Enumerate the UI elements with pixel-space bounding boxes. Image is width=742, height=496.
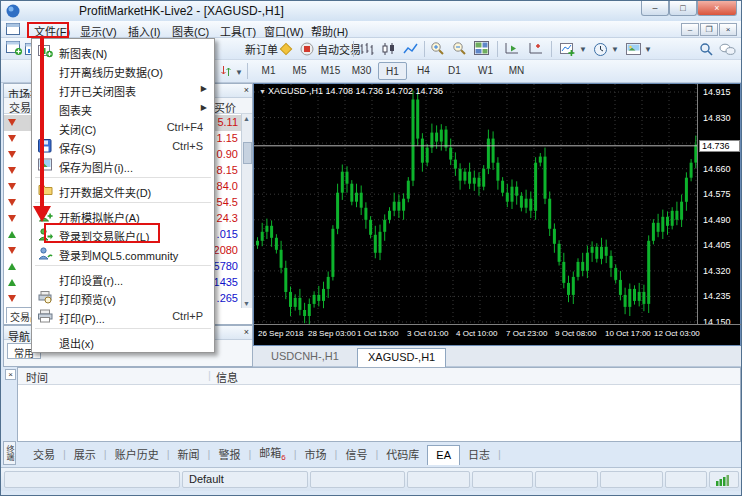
menu-item-shortcut: Ctrl+F4 — [167, 121, 203, 133]
timeframe-m5[interactable]: M5 — [285, 62, 314, 80]
child-close-button[interactable]: × — [719, 23, 737, 36]
time-tick-label: 12 Oct 03:00 — [654, 329, 700, 338]
menu-item[interactable]: 关闭(C)Ctrl+F4 — [33, 118, 213, 137]
new-order-button[interactable]: 新订单 — [242, 40, 281, 58]
tile-windows-icon[interactable] — [474, 41, 489, 59]
time-tick-label: 9 Oct 08:00 — [555, 329, 596, 338]
auto-scroll-icon[interactable] — [504, 42, 520, 60]
annotation-box-file-menu — [27, 22, 69, 38]
indicators-dropdown[interactable]: ▼ — [557, 40, 590, 58]
menu-item-shortcut: Ctrl+P — [172, 310, 203, 322]
window-title: ProfitMarketHK-Live2 - [XAGUSD-,H1] — [79, 4, 284, 18]
search-icon[interactable] — [699, 42, 713, 60]
chart-tab-usdcnhh1[interactable]: USDCNH-,H1 — [261, 348, 349, 367]
bid-column-header[interactable]: 买价 — [214, 99, 236, 115]
timeframe-m15[interactable]: M15 — [316, 62, 345, 80]
down-arrow-icon — [8, 215, 16, 222]
indicators-icon — [560, 42, 576, 57]
new-chart-icon[interactable] — [6, 41, 23, 60]
menu-tools[interactable]: 工具(T) — [213, 22, 263, 37]
timeframe-h1[interactable]: H1 — [378, 62, 407, 80]
chart-collapse-icon[interactable]: ▼ — [259, 88, 268, 95]
menu-item-label: 打开数据文件夹(D) — [59, 184, 151, 200]
candlestick-icon[interactable] — [381, 42, 397, 60]
menu-item-label: 打印(P)... — [59, 310, 105, 326]
menu-item[interactable]: 新图表(N) — [33, 42, 213, 61]
zoom-in-icon[interactable] — [430, 41, 445, 60]
terminal-tab-8[interactable]: 代码库 — [378, 443, 427, 465]
child-minimize-button[interactable]: – — [681, 23, 699, 36]
terminal-close-icon[interactable]: × — [5, 369, 16, 380]
menu-item[interactable]: 退出(x) — [33, 332, 213, 351]
message-column-header[interactable]: 信息 — [216, 369, 238, 385]
timeframe-d1[interactable]: D1 — [440, 62, 469, 80]
minimize-button[interactable]: – — [641, 1, 669, 16]
price-tick-label: 14.830 — [703, 113, 731, 123]
annotation-box-login-item — [44, 223, 160, 243]
chart-ohlc-header: XAGUSD-,H1 14.708 14.736 14.702 14.736 — [268, 86, 443, 96]
title-bar: ProfitMarketHK-Live2 - [XAGUSD-,H1] – □ … — [1, 1, 742, 21]
terminal-tab-0[interactable]: 交易 — [25, 443, 63, 465]
application-window: ProfitMarketHK-Live2 - [XAGUSD-,H1] – □ … — [0, 0, 742, 496]
terminal-tab-ea[interactable]: EA — [427, 445, 460, 465]
scroll-up-icon[interactable]: ▲ — [243, 115, 250, 122]
terminal-side-tab[interactable]: 终端 — [3, 441, 16, 465]
menu-item[interactable]: 登录到MQL5.community — [33, 244, 213, 263]
close-button[interactable]: × — [697, 1, 737, 16]
terminal-tab-10[interactable]: 日志 — [460, 443, 498, 465]
navigator-close-icon[interactable]: × — [244, 327, 249, 337]
market-watch-scrollbar[interactable]: ▲ ▼ — [241, 114, 252, 308]
bar-chart-icon[interactable] — [359, 42, 375, 60]
updown-arrows-icon[interactable] — [220, 64, 232, 82]
line-chart-icon[interactable] — [403, 42, 419, 60]
timeframe-h4[interactable]: H4 — [409, 62, 438, 80]
terminal-tab-7[interactable]: 信号 — [337, 443, 375, 465]
templates-dropdown[interactable]: ▼ — [623, 40, 655, 58]
timeframe-m1[interactable]: M1 — [254, 62, 283, 80]
menu-item[interactable]: 保存(S)Ctrl+S — [33, 137, 213, 156]
metaeditor-icon[interactable] — [278, 41, 293, 60]
terminal-tab-5[interactable]: 邮箱6 — [251, 441, 293, 465]
timeframe-mn[interactable]: MN — [502, 62, 531, 80]
status-profile[interactable]: Default — [182, 471, 308, 488]
market-watch-close-icon[interactable]: × — [244, 85, 249, 95]
personmql-icon — [38, 246, 53, 261]
menu-charts[interactable]: 图表(C) — [165, 22, 216, 37]
chart-window[interactable]: ▼ XAGUSD-,H1 14.708 14.736 14.702 14.736… — [253, 83, 741, 346]
menu-item[interactable]: 保存为图片(i)... — [33, 156, 213, 175]
menu-item[interactable]: 打开已关闭图表▶ — [33, 80, 213, 99]
chart-tab-xagusdh1[interactable]: XAGUSD-,H1 — [357, 348, 446, 367]
menu-item[interactable]: 打印设置(r)... — [33, 269, 213, 288]
terminal-tab-2[interactable]: 账户历史 — [107, 443, 167, 465]
price-tick-label: 14.660 — [703, 164, 731, 174]
menu-item[interactable]: 图表夹▶ — [33, 99, 213, 118]
terminal-tab-3[interactable]: 新闻 — [170, 443, 208, 465]
menu-item[interactable]: 打印(P)...Ctrl+P — [33, 307, 213, 326]
menu-help[interactable]: 帮助(H) — [304, 22, 355, 37]
candlestick-chart[interactable] — [254, 84, 697, 324]
timeframe-m30[interactable]: M30 — [347, 62, 376, 80]
periods-dropdown[interactable]: ▼ — [590, 40, 622, 58]
menu-window[interactable]: 窗口(W) — [257, 22, 311, 37]
menu-view[interactable]: 显示(V) — [73, 22, 124, 37]
submenu-arrow-icon: ▶ — [201, 84, 207, 93]
menu-item[interactable]: 打开数据文件夹(D) — [33, 181, 213, 200]
chevron-down-icon[interactable]: ▼ — [235, 68, 243, 77]
child-window-icon[interactable] — [6, 23, 22, 36]
time-column-header[interactable]: 时间 — [26, 369, 48, 385]
scroll-down-icon[interactable]: ▼ — [243, 300, 250, 307]
zoom-out-icon[interactable] — [452, 41, 467, 60]
scroll-thumb[interactable] — [243, 142, 252, 164]
restore-button[interactable]: □ — [669, 1, 697, 16]
menu-insert[interactable]: 插入(I) — [121, 22, 167, 37]
terminal-tab-4[interactable]: 警报 — [210, 443, 248, 465]
terminal-tab-1[interactable]: 展示 — [66, 443, 104, 465]
bid-price: 1435 — [214, 276, 238, 288]
chart-shift-icon[interactable] — [528, 42, 544, 60]
child-restore-button[interactable]: ❐ — [700, 23, 718, 36]
terminal-tab-6[interactable]: 市场 — [297, 443, 335, 465]
chat-icon[interactable] — [719, 42, 736, 60]
menu-item[interactable]: 打开离线历史数据(O) — [33, 61, 213, 80]
timeframe-w1[interactable]: W1 — [471, 62, 500, 80]
menu-item[interactable]: 打印预览(v) — [33, 288, 213, 307]
